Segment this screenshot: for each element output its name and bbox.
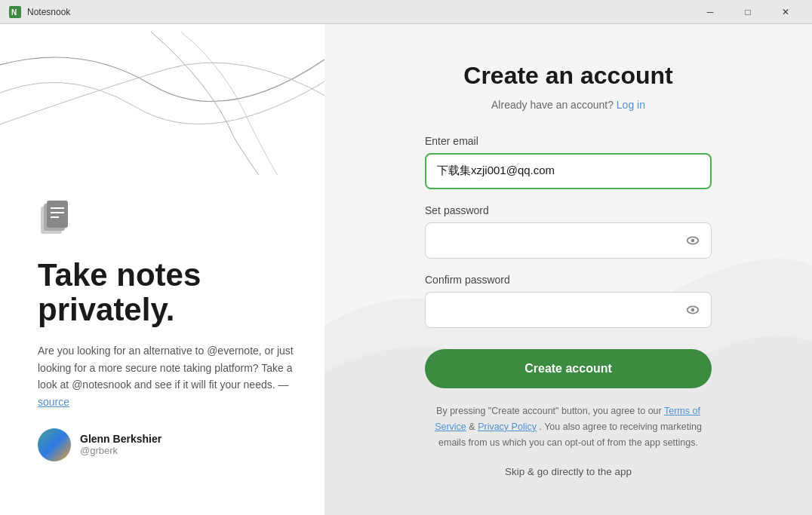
password-eye-icon[interactable] xyxy=(684,232,701,249)
app-container: Take notesprivately. Are you looking for… xyxy=(0,24,812,515)
right-panel: Create an account Already have an accoun… xyxy=(324,24,812,515)
email-group: Enter email xyxy=(425,135,712,189)
app-title: Notesnook xyxy=(27,7,70,17)
testimonial-name: Glenn Berkshier xyxy=(80,433,161,445)
svg-point-9 xyxy=(691,238,695,242)
confirm-password-group: Confirm password xyxy=(425,274,712,328)
create-account-button[interactable]: Create account xyxy=(425,349,712,388)
app-icon: N xyxy=(9,6,21,18)
svg-point-11 xyxy=(691,308,695,311)
logo-area: Take notesprivately. Are you looking for… xyxy=(38,198,309,461)
create-account-form: Create an account Already have an accoun… xyxy=(425,62,712,478)
confirm-label: Confirm password xyxy=(425,274,712,286)
minimize-button[interactable]: ─ xyxy=(693,0,727,24)
testimonial: Glenn Berkshier @grberk xyxy=(38,428,309,461)
decorative-lines xyxy=(0,24,324,175)
svg-rect-4 xyxy=(47,201,68,228)
skip-link[interactable]: Skip & go directly to the app xyxy=(425,466,712,477)
testimonial-handle: @grberk xyxy=(80,445,161,456)
notesnook-logo xyxy=(38,198,83,243)
source-link[interactable]: source xyxy=(38,396,69,408)
login-link[interactable]: Log in xyxy=(617,99,645,111)
confirm-eye-icon[interactable] xyxy=(684,302,701,318)
maximize-button[interactable]: □ xyxy=(730,0,765,24)
privacy-link[interactable]: Privacy Policy xyxy=(478,422,537,432)
title-bar: N Notesnook ─ □ ✕ xyxy=(0,0,812,24)
confirm-password-input[interactable] xyxy=(425,292,712,328)
window-controls: ─ □ ✕ xyxy=(693,0,803,24)
close-button[interactable]: ✕ xyxy=(768,0,803,24)
left-panel: Take notesprivately. Are you looking for… xyxy=(0,24,324,515)
email-label: Enter email xyxy=(425,135,712,147)
password-label: Set password xyxy=(425,204,712,216)
terms-text: By pressing "Create account" button, you… xyxy=(425,403,712,452)
svg-text:N: N xyxy=(11,8,17,17)
form-subtitle: Already have an account? Log in xyxy=(425,99,712,111)
password-group: Set password xyxy=(425,204,712,259)
tagline: Take notesprivately. xyxy=(38,258,309,327)
email-input[interactable] xyxy=(425,153,712,189)
description: Are you looking for an alternative to @e… xyxy=(38,342,309,410)
title-bar-left: N Notesnook xyxy=(9,6,70,18)
avatar xyxy=(38,428,71,461)
form-title: Create an account xyxy=(425,62,712,90)
password-input[interactable] xyxy=(425,222,712,259)
